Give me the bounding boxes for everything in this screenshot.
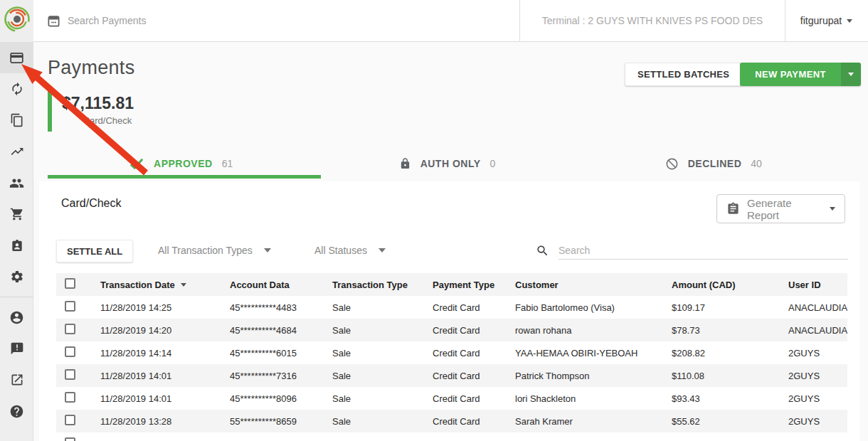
card-check-panel: Card/Check Generate Report SETTLE ALL Al…	[39, 181, 859, 441]
cell-amount: $208.82	[672, 348, 788, 358]
transactions-table: Transaction Date Account Data Transactio…	[56, 273, 847, 441]
tab-approved-label: APPROVED	[154, 158, 213, 169]
table-row-partial[interactable]	[56, 432, 847, 441]
app-logo[interactable]	[0, 0, 33, 42]
cell-amount: $110.08	[672, 371, 788, 381]
select-all-checkbox[interactable]	[65, 278, 75, 289]
page-title: Payments	[48, 57, 134, 79]
cell-date: 11/28/2019 14:20	[100, 325, 230, 336]
table-row[interactable]: 11/28/2019 14:20 45**********4684 Sale C…	[56, 319, 847, 341]
summary-amount: $7,115.81	[62, 94, 134, 113]
sidebar-item-feedback[interactable]	[0, 333, 33, 364]
caret-down-icon	[830, 207, 835, 211]
check-icon	[129, 157, 144, 170]
column-payment-type[interactable]: Payment Type	[433, 280, 515, 290]
status-filter-value: All Statuses	[314, 245, 367, 256]
sidebar-item-reports[interactable]	[0, 136, 33, 167]
terminal-label: Terminal : 2 GUYS WITH KNIVES PS FOOD DE…	[520, 0, 785, 41]
table-row[interactable]: 11/28/2019 13:28 55**********8659 Sale C…	[56, 410, 847, 432]
sidebar-item-help[interactable]	[0, 395, 33, 427]
column-user-id[interactable]: User ID	[788, 280, 847, 290]
user-name: fitgurupat	[800, 15, 842, 26]
sidebar-divider	[0, 297, 33, 297]
settle-all-button[interactable]: SETTLE ALL	[56, 240, 133, 262]
terminal-calendar-icon	[47, 14, 60, 28]
cell-customer: Patrick Thompson	[515, 371, 672, 381]
sidebar-item-payments[interactable]	[0, 42, 33, 73]
sidebar-item-account[interactable]	[0, 302, 33, 333]
row-checkbox[interactable]	[65, 437, 75, 441]
column-transaction-type[interactable]: Transaction Type	[332, 280, 433, 290]
cell-payment: Credit Card	[433, 393, 515, 404]
sidebar-item-customers[interactable]	[0, 167, 33, 198]
caret-down-icon	[264, 248, 271, 253]
status-tabs: APPROVED 61 AUTH ONLY 0 DECLINED 40	[48, 146, 847, 181]
account-circle-icon	[9, 310, 24, 325]
sidebar-item-external[interactable]	[0, 364, 33, 395]
cell-user: 2GUYS	[788, 416, 847, 427]
cell-payment: Credit Card	[433, 416, 515, 427]
status-filter[interactable]: All Statuses	[314, 245, 386, 256]
row-checkbox[interactable]	[65, 301, 75, 312]
generate-report-label: Generate Report	[747, 197, 822, 221]
sidebar-item-batches[interactable]	[0, 105, 33, 136]
sidebar-item-staff[interactable]	[0, 230, 33, 261]
cell-user: 2GUYS	[788, 348, 847, 358]
payments-search-bar[interactable]	[47, 0, 281, 41]
cell-amount: $93.43	[672, 393, 788, 404]
column-customer[interactable]: Customer	[515, 280, 672, 290]
tab-declined[interactable]: DECLINED 40	[581, 146, 847, 181]
settled-batches-button[interactable]: SETTLED BATCHES	[625, 63, 742, 86]
cell-customer: Sarah Kramer	[515, 416, 672, 427]
logo-icon	[3, 5, 31, 33]
cell-type: Sale	[332, 393, 433, 404]
section-title: Card/Check	[61, 197, 121, 210]
cart-icon	[10, 207, 24, 221]
user-menu[interactable]: fitgurupat	[785, 0, 868, 41]
generate-report-button[interactable]: Generate Report	[716, 194, 845, 223]
table-row[interactable]: 11/28/2019 14:01 45**********8096 Sale C…	[56, 387, 847, 410]
table-row[interactable]: 11/28/2019 14:01 45**********7316 Sale C…	[56, 364, 847, 387]
new-payment-label[interactable]: NEW PAYMENT	[740, 63, 841, 86]
lock-icon	[399, 156, 411, 171]
cell-user: ANACLAUDIA	[788, 325, 847, 336]
sidebar-item-products[interactable]	[0, 198, 33, 230]
row-checkbox[interactable]	[65, 346, 75, 357]
cell-type: Sale	[332, 416, 433, 427]
row-checkbox[interactable]	[65, 369, 75, 380]
cell-payment: Credit Card	[433, 302, 515, 313]
cell-amount: $55.62	[672, 416, 788, 427]
column-account-data[interactable]: Account Data	[230, 280, 332, 290]
summary-label: Card/Check	[62, 115, 153, 126]
tab-auth-only-count: 0	[490, 158, 496, 169]
sidebar	[0, 42, 33, 441]
row-checkbox[interactable]	[65, 392, 75, 403]
cell-date: 11/28/2019 14:01	[100, 393, 230, 404]
cell-type: Sale	[332, 348, 433, 358]
transaction-type-filter[interactable]: All Transaction Types	[158, 245, 271, 256]
table-row[interactable]: 11/28/2019 14:14 45**********6015 Sale C…	[56, 341, 847, 364]
cell-type: Sale	[332, 371, 433, 381]
gear-icon	[10, 270, 24, 284]
summary-accent-bar	[48, 91, 52, 132]
column-amount[interactable]: Amount (CAD)	[672, 280, 788, 290]
caret-down-icon	[379, 248, 386, 253]
sidebar-item-recurring[interactable]	[0, 73, 33, 105]
top-bar: Terminal : 2 GUYS WITH KNIVES PS FOOD DE…	[0, 0, 868, 42]
table-row[interactable]: 11/28/2019 14:25 45**********4483 Sale C…	[56, 296, 847, 319]
column-transaction-date[interactable]: Transaction Date	[100, 280, 230, 290]
new-payment-button[interactable]: NEW PAYMENT	[740, 63, 861, 86]
tab-auth-only[interactable]: AUTH ONLY 0	[314, 146, 580, 181]
sidebar-item-settings[interactable]	[0, 261, 33, 292]
table-search-input[interactable]	[559, 241, 848, 260]
cell-customer: Fabio Bartolomeo (Visa)	[515, 302, 672, 313]
row-checkbox[interactable]	[65, 324, 75, 334]
blocked-icon	[665, 157, 679, 171]
search-payments-input[interactable]	[68, 15, 281, 26]
cell-type: Sale	[332, 302, 433, 313]
clipboard-icon	[726, 202, 740, 216]
cell-date: 11/28/2019 14:01	[100, 371, 230, 381]
new-payment-dropdown[interactable]	[841, 63, 861, 86]
cell-user: 2GUYS	[788, 371, 847, 381]
row-checkbox[interactable]	[65, 415, 75, 425]
